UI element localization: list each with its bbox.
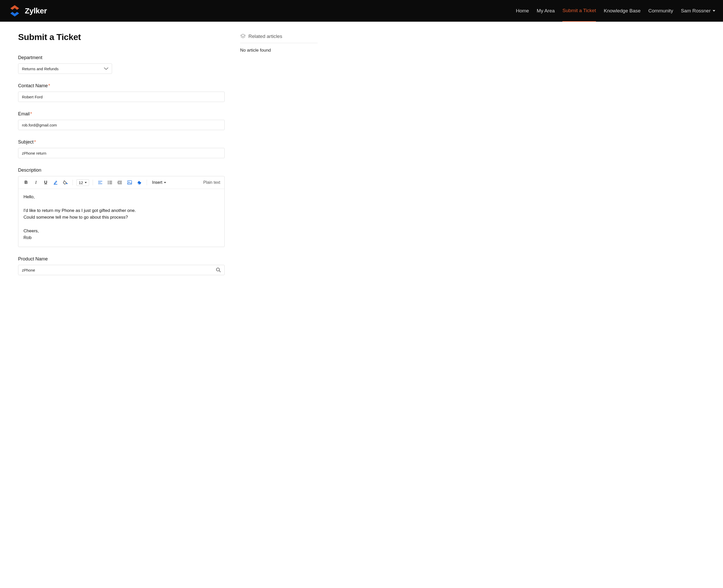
- text-color-button[interactable]: [52, 179, 59, 186]
- eraser-icon: [137, 181, 142, 185]
- toolbar-separator: [147, 180, 147, 185]
- department-label: Department: [18, 55, 225, 60]
- svg-rect-14: [127, 181, 132, 184]
- caret-down-icon: [713, 10, 715, 12]
- search-icon[interactable]: [216, 268, 221, 273]
- eraser-button[interactable]: [136, 179, 143, 186]
- brand-name: Zylker: [25, 6, 47, 15]
- subject-input[interactable]: [18, 148, 225, 158]
- email-input[interactable]: [18, 120, 225, 130]
- fill-color-button[interactable]: [62, 179, 69, 186]
- svg-line-17: [219, 271, 221, 272]
- brand-logo[interactable]: Zylker: [8, 5, 47, 17]
- contact-name-input[interactable]: [18, 92, 225, 102]
- required-mark: *: [48, 83, 50, 88]
- field-product-name: Product Name: [18, 256, 225, 275]
- svg-point-5: [108, 181, 108, 182]
- svg-point-16: [216, 268, 220, 271]
- email-label: Email*: [18, 111, 225, 117]
- align-left-icon: [98, 181, 103, 184]
- related-articles-empty: No article found: [240, 48, 317, 53]
- description-textarea[interactable]: Hello, I'd like to return my Phone as I …: [18, 189, 224, 247]
- required-mark: *: [30, 111, 32, 117]
- insert-image-button[interactable]: [126, 179, 133, 186]
- contact-name-label: Contact Name*: [18, 83, 225, 88]
- page-title: Submit a Ticket: [18, 32, 225, 42]
- nav-links: Home My Area Submit a Ticket Knowledge B…: [516, 0, 715, 22]
- toolbar-separator: [73, 180, 73, 185]
- product-name-input[interactable]: [18, 265, 225, 275]
- editor-toolbar: B I U: [18, 176, 224, 189]
- svg-point-1: [66, 183, 68, 184]
- layers-icon: [240, 34, 246, 39]
- svg-point-7: [108, 182, 108, 183]
- nav-community[interactable]: Community: [648, 0, 673, 21]
- indent-button[interactable]: [116, 179, 123, 186]
- font-size-select[interactable]: 12: [77, 180, 89, 186]
- related-articles-panel: Related articles No article found: [240, 32, 317, 275]
- nav-knowledge-base[interactable]: Knowledge Base: [604, 0, 641, 21]
- font-size-value: 12: [79, 181, 83, 185]
- brand-mark-icon: [8, 5, 22, 17]
- nav-submit-ticket[interactable]: Submit a Ticket: [562, 0, 596, 22]
- plain-text-toggle[interactable]: Plain text: [203, 180, 220, 185]
- description-label: Description: [18, 168, 225, 173]
- caret-down-icon: [164, 182, 166, 183]
- italic-button[interactable]: I: [32, 179, 40, 186]
- indent-icon: [118, 181, 122, 184]
- underline-button[interactable]: U: [42, 179, 49, 186]
- ticket-form: Submit a Ticket Department Contact Name*…: [18, 32, 225, 275]
- align-button[interactable]: [97, 179, 104, 186]
- required-mark: *: [34, 140, 36, 145]
- top-nav: Zylker Home My Area Submit a Ticket Know…: [0, 0, 723, 22]
- nav-home[interactable]: Home: [516, 0, 529, 21]
- bold-button[interactable]: B: [22, 179, 30, 186]
- nav-my-area[interactable]: My Area: [537, 0, 555, 21]
- field-department: Department: [18, 55, 225, 74]
- field-description: Description B I U: [18, 168, 225, 247]
- nav-user-name: Sam Rossner: [681, 8, 710, 14]
- related-articles-title: Related articles: [248, 34, 282, 39]
- svg-rect-0: [54, 184, 57, 185]
- text-color-icon: [53, 180, 58, 185]
- field-contact-name: Contact Name*: [18, 83, 225, 102]
- department-select[interactable]: [18, 63, 112, 74]
- related-articles-header: Related articles: [240, 34, 317, 43]
- svg-point-15: [128, 182, 129, 183]
- subject-label: Subject*: [18, 140, 225, 145]
- field-subject: Subject*: [18, 140, 225, 158]
- insert-label: Insert: [152, 180, 162, 185]
- rich-text-editor: B I U: [18, 176, 225, 247]
- fill-color-icon: [63, 180, 68, 185]
- nav-user-menu[interactable]: Sam Rossner: [681, 8, 715, 14]
- insert-menu[interactable]: Insert: [150, 180, 168, 185]
- bullet-list-button[interactable]: [106, 179, 113, 186]
- product-name-label: Product Name: [18, 256, 225, 262]
- bullet-list-icon: [108, 181, 112, 184]
- image-icon: [127, 181, 132, 185]
- svg-point-9: [108, 184, 108, 184]
- caret-down-icon: [85, 182, 87, 183]
- field-email: Email*: [18, 111, 225, 130]
